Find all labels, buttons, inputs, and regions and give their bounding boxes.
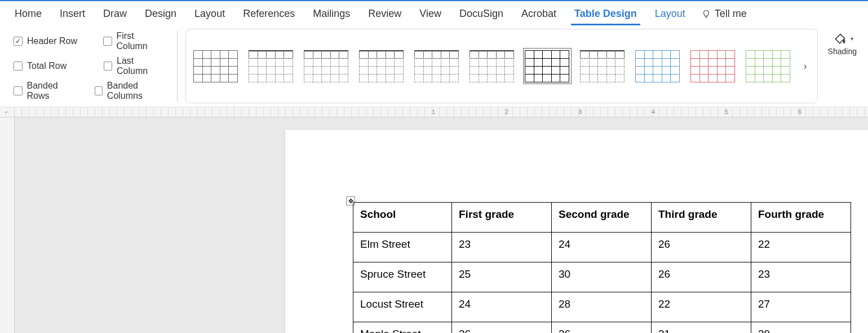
- chevron-right-icon: ›: [804, 60, 807, 72]
- checkbox-label: First Column: [117, 31, 166, 51]
- table-cell[interactable]: Elm Street: [353, 233, 452, 262]
- table-cell[interactable]: 26: [652, 233, 751, 262]
- table-style-options: Header Row First Column Total Row Last C…: [6, 29, 174, 103]
- workspace: ⌐ 1 2 3 4 5 6 ✥ School First grade Secon…: [0, 107, 868, 333]
- shading-button[interactable]: ▾ Shading: [822, 29, 862, 103]
- table-cell[interactable]: 26: [652, 262, 751, 292]
- table-cell[interactable]: 22: [751, 233, 851, 262]
- document-page[interactable]: ✥ School First grade Second grade Third …: [285, 130, 868, 333]
- table-style-5[interactable]: [415, 50, 459, 82]
- table-cell[interactable]: Maple Street: [353, 322, 452, 334]
- checkbox-label: Banded Rows: [27, 81, 81, 101]
- tab-insert[interactable]: Insert: [51, 6, 94, 25]
- chevron-down-icon: ▾: [851, 36, 853, 42]
- ribbon-toolbar: Header Row First Column Total Row Last C…: [0, 25, 868, 107]
- table-header-cell[interactable]: Second grade: [552, 203, 652, 233]
- tab-view[interactable]: View: [410, 6, 450, 25]
- tab-references[interactable]: References: [234, 6, 304, 25]
- table-cell[interactable]: 26: [552, 322, 652, 334]
- tab-table-design[interactable]: Table Design: [565, 6, 646, 25]
- table-cell[interactable]: 29: [751, 322, 851, 334]
- table-row[interactable]: Spruce Street 25 30 26 23: [353, 262, 851, 292]
- checkbox-banded-columns[interactable]: Banded Columns: [95, 81, 166, 101]
- table-style-1[interactable]: [194, 50, 238, 82]
- ruler-tick: 6: [798, 108, 801, 115]
- table-cell[interactable]: 30: [552, 262, 652, 292]
- table-cell[interactable]: Spruce Street: [353, 262, 452, 292]
- ribbon-tabs: Home Insert Draw Design Layout Reference…: [0, 1, 868, 25]
- table-header-cell[interactable]: Third grade: [652, 203, 751, 233]
- gallery-more-button[interactable]: ›: [801, 60, 809, 72]
- check-icon: [103, 37, 112, 46]
- table-header-row[interactable]: School First grade Second grade Third gr…: [353, 203, 851, 233]
- table-header-cell[interactable]: Fourth grade: [751, 203, 851, 233]
- tab-draw[interactable]: Draw: [94, 6, 136, 25]
- table-row[interactable]: Locust Street 24 28 22 27: [353, 292, 851, 322]
- check-icon: [14, 86, 23, 95]
- check-icon: [104, 62, 113, 71]
- check-icon: [95, 86, 103, 95]
- checkbox-label: Header Row: [27, 36, 77, 46]
- ruler-tick: 5: [725, 108, 728, 115]
- table-cell[interactable]: 25: [452, 262, 552, 292]
- ruler-tick: 1: [432, 108, 435, 115]
- checkbox-header-row[interactable]: Header Row: [14, 31, 90, 51]
- check-icon: [14, 62, 23, 71]
- table-header-cell[interactable]: First grade: [452, 203, 552, 233]
- ruler-tick: 3: [578, 108, 582, 115]
- checkbox-label: Total Row: [27, 61, 67, 71]
- table-row[interactable]: Maple Street 26 26 21 29: [353, 322, 851, 334]
- checkbox-total-row[interactable]: Total Row: [14, 56, 90, 76]
- tab-docusign[interactable]: DocuSign: [450, 6, 512, 25]
- horizontal-ruler[interactable]: 1 2 3 4 5 6: [15, 107, 868, 117]
- table-header-cell[interactable]: School: [353, 203, 452, 233]
- table-row[interactable]: Elm Street 23 24 26 22: [353, 233, 851, 262]
- table-cell[interactable]: 28: [552, 292, 652, 322]
- table-style-11[interactable]: [746, 50, 790, 82]
- checkbox-label: Last Column: [117, 56, 166, 76]
- group-divider: [177, 31, 178, 101]
- tell-me[interactable]: Tell me: [694, 6, 754, 25]
- ruler-corner[interactable]: ⌐: [0, 107, 15, 117]
- table-style-10[interactable]: [691, 50, 735, 82]
- document-table[interactable]: School First grade Second grade Third gr…: [353, 202, 851, 333]
- paint-bucket-icon: [831, 31, 849, 46]
- checkbox-banded-rows[interactable]: Banded Rows: [14, 81, 81, 101]
- checkbox-label: Banded Columns: [107, 81, 166, 101]
- ruler-tick: 2: [505, 108, 508, 115]
- table-cell[interactable]: 24: [452, 292, 552, 322]
- document-area[interactable]: ✥ School First grade Second grade Third …: [15, 117, 868, 333]
- check-icon: [14, 37, 23, 46]
- table-style-3[interactable]: [304, 50, 348, 82]
- table-cell[interactable]: 22: [652, 292, 751, 322]
- table-cell[interactable]: 27: [751, 292, 851, 322]
- table-cell[interactable]: 26: [452, 322, 552, 334]
- tab-table-layout[interactable]: Layout: [646, 6, 694, 25]
- tab-review[interactable]: Review: [359, 6, 410, 25]
- table-style-9[interactable]: [636, 50, 680, 82]
- table-style-8[interactable]: [581, 50, 625, 82]
- ruler-tick: 4: [652, 108, 655, 115]
- tab-layout[interactable]: Layout: [185, 6, 234, 25]
- table-style-7[interactable]: [525, 50, 569, 82]
- table-style-6[interactable]: [470, 50, 514, 82]
- vertical-ruler[interactable]: [0, 117, 15, 333]
- table-styles-gallery: ›: [185, 29, 818, 103]
- tab-acrobat[interactable]: Acrobat: [512, 6, 565, 25]
- lightbulb-icon: [701, 9, 711, 19]
- table-style-4[interactable]: [360, 50, 404, 82]
- tab-home[interactable]: Home: [6, 6, 51, 25]
- tab-design[interactable]: Design: [136, 6, 185, 25]
- table-cell[interactable]: Locust Street: [353, 292, 452, 322]
- shading-label: Shading: [828, 47, 857, 56]
- tab-mailings[interactable]: Mailings: [304, 6, 359, 25]
- table-cell[interactable]: 24: [552, 233, 652, 262]
- table-cell[interactable]: 23: [452, 233, 552, 262]
- table-style-2[interactable]: [249, 50, 293, 82]
- table-cell[interactable]: 21: [652, 322, 751, 334]
- checkbox-last-column[interactable]: Last Column: [104, 56, 166, 76]
- checkbox-first-column[interactable]: First Column: [103, 31, 166, 51]
- table-cell[interactable]: 23: [751, 262, 851, 292]
- tell-me-label: Tell me: [715, 8, 747, 20]
